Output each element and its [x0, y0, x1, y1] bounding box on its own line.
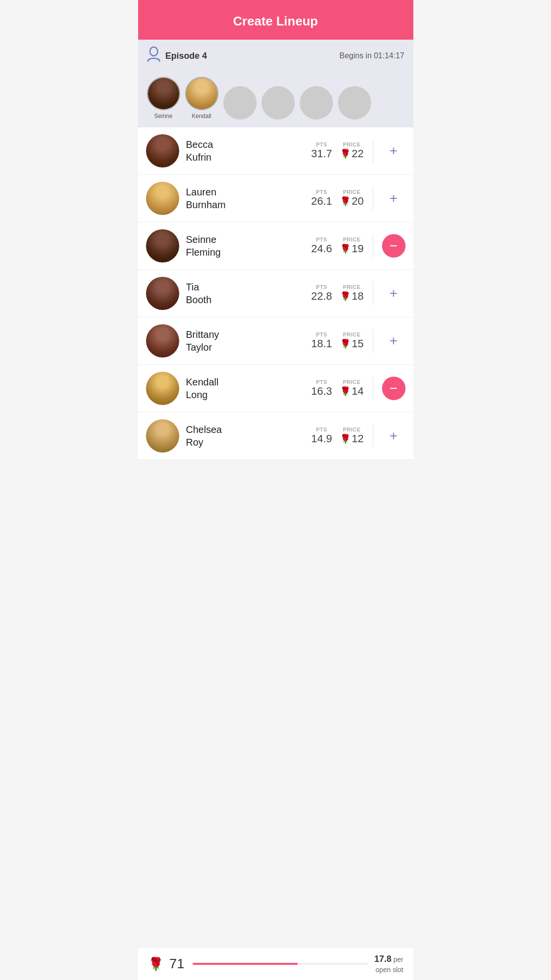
slot-name-1: Seinne	[154, 113, 172, 120]
player-avatar-chelsea	[146, 419, 179, 453]
pts-label-kendall: PTS	[311, 379, 332, 385]
pts-label-tia: PTS	[311, 284, 332, 290]
pts-block-tia: PTS 22.8	[311, 284, 332, 303]
slot-1: Seinne	[147, 77, 180, 120]
divider-kendall	[373, 377, 373, 400]
player-avatar-kendall	[146, 372, 179, 405]
player-row-tia: TiaBooth PTS 22.8 PRICE 🌹18 +	[138, 270, 413, 317]
player-name-seinne: SeinneFleming	[186, 233, 305, 259]
slot-avatar-4	[262, 86, 295, 120]
pts-label-brittany: PTS	[311, 332, 332, 337]
player-row-kendall: KendallLong PTS 16.3 PRICE 🌹14 −	[138, 365, 413, 412]
add-button-lauren[interactable]: +	[382, 187, 406, 210]
price-value-seinne: 🌹19	[340, 242, 363, 255]
lineup-slots: Seinne Kendall	[138, 72, 413, 127]
price-value-brittany: 🌹15	[340, 337, 363, 350]
price-block-becca: PRICE 🌹22	[340, 142, 363, 160]
price-value-tia: 🌹18	[340, 290, 363, 303]
add-button-tia[interactable]: +	[382, 282, 406, 305]
player-list: BeccaKufrin PTS 31.7 PRICE 🌹22 + LaurenB…	[138, 127, 413, 460]
divider-lauren	[373, 187, 373, 210]
price-block-lauren: PRICE 🌹20	[340, 189, 363, 208]
player-name-tia: TiaBooth	[186, 281, 305, 306]
player-avatar-seinne	[146, 229, 179, 263]
slot-5	[300, 86, 333, 120]
divider-seinne	[373, 234, 373, 258]
pts-value-brittany: 18.1	[311, 337, 332, 350]
player-stats-lauren: PTS 26.1 PRICE 🌹20	[311, 189, 363, 208]
slot-6	[338, 86, 371, 120]
player-avatar-becca	[146, 134, 179, 167]
price-label-seinne: PRICE	[340, 237, 363, 242]
price-label: PRICE	[340, 142, 363, 147]
player-stats-chelsea: PTS 14.9 PRICE 🌹12	[311, 427, 363, 445]
pts-label-seinne: PTS	[311, 237, 332, 242]
price-block-chelsea: PRICE 🌹12	[340, 427, 363, 445]
add-button-becca[interactable]: +	[382, 139, 406, 163]
slot-name-2: Kendall	[192, 113, 211, 120]
pts-value-seinne: 24.6	[311, 242, 332, 255]
pts-value-tia: 22.8	[311, 290, 332, 303]
header: Create Lineup	[138, 0, 413, 40]
price-block-tia: PRICE 🌹18	[340, 284, 363, 303]
price-label-lauren: PRICE	[340, 189, 363, 195]
player-row-seinne: SeinneFleming PTS 24.6 PRICE 🌹19 −	[138, 222, 413, 270]
player-stats-brittany: PTS 18.1 PRICE 🌹15	[311, 332, 363, 350]
slot-3	[223, 86, 257, 120]
price-value-kendall: 🌹14	[340, 385, 363, 398]
episode-info: Episode 4	[147, 47, 207, 65]
episode-timer: Begins in 01:14:17	[339, 51, 405, 60]
slot-avatar-5	[300, 86, 333, 120]
player-row-brittany: BrittanyTaylor PTS 18.1 PRICE 🌹15 +	[138, 317, 413, 365]
add-button-brittany[interactable]: +	[382, 329, 406, 353]
slot-avatar-3	[223, 86, 257, 120]
player-avatar-tia	[146, 277, 179, 310]
price-label-kendall: PRICE	[340, 379, 363, 385]
price-value-chelsea: 🌹12	[340, 432, 363, 445]
player-name-kendall: KendallLong	[186, 376, 305, 401]
player-row-chelsea: ChelseaRoy PTS 14.9 PRICE 🌹12 +	[138, 412, 413, 460]
player-avatar-brittany	[146, 324, 179, 358]
price-label-chelsea: PRICE	[340, 427, 363, 432]
slot-4	[262, 86, 295, 120]
pts-value-lauren: 26.1	[311, 195, 332, 208]
remove-button-seinne[interactable]: −	[382, 234, 406, 258]
player-stats-becca: PTS 31.7 PRICE 🌹22	[311, 142, 363, 160]
price-block-kendall: PRICE 🌹14	[340, 379, 363, 398]
episode-icon	[147, 47, 161, 65]
price-block-seinne: PRICE 🌹19	[340, 237, 363, 255]
price-label-tia: PRICE	[340, 284, 363, 290]
pts-value-kendall: 16.3	[311, 385, 332, 398]
pts-value-becca: 31.7	[311, 147, 332, 160]
divider-becca	[373, 139, 373, 163]
player-stats-seinne: PTS 24.6 PRICE 🌹19	[311, 237, 363, 255]
pts-label-chelsea: PTS	[311, 427, 332, 432]
price-value-lauren: 🌹20	[340, 195, 363, 208]
pts-block-seinne: PTS 24.6	[311, 237, 332, 255]
episode-label: Episode 4	[166, 51, 207, 61]
pts-value-chelsea: 14.9	[311, 432, 332, 445]
pts-block-becca: PTS 31.7	[311, 142, 332, 160]
price-label-brittany: PRICE	[340, 332, 363, 337]
pts-block-chelsea: PTS 14.9	[311, 427, 332, 445]
svg-point-0	[150, 47, 158, 56]
player-row-lauren: LaurenBurnham PTS 26.1 PRICE 🌹20 +	[138, 175, 413, 222]
divider-chelsea	[373, 424, 373, 448]
player-name-brittany: BrittanyTaylor	[186, 328, 305, 354]
add-button-chelsea[interactable]: +	[382, 424, 406, 448]
player-name-chelsea: ChelseaRoy	[186, 423, 305, 449]
pts-label-lauren: PTS	[311, 189, 332, 195]
episode-bar: Episode 4 Begins in 01:14:17	[138, 40, 413, 72]
slot-avatar-2	[185, 77, 218, 110]
remove-button-kendall[interactable]: −	[382, 377, 406, 400]
divider-tia	[373, 282, 373, 305]
slot-2: Kendall	[185, 77, 218, 120]
pts-label: PTS	[311, 142, 332, 147]
page-title: Create Lineup	[148, 14, 404, 29]
player-name-becca: BeccaKufrin	[186, 138, 305, 164]
player-avatar-lauren	[146, 182, 179, 215]
pts-block-lauren: PTS 26.1	[311, 189, 332, 208]
price-block-brittany: PRICE 🌹15	[340, 332, 363, 350]
pts-block-kendall: PTS 16.3	[311, 379, 332, 398]
pts-block-brittany: PTS 18.1	[311, 332, 332, 350]
